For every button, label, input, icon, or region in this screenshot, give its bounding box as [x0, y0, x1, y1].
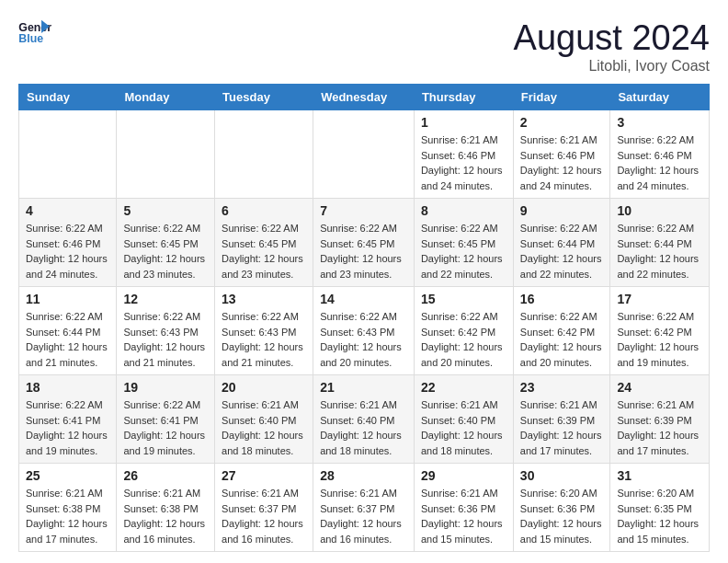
day-number: 8 — [421, 203, 506, 218]
day-info: Sunrise: 6:20 AMSunset: 6:35 PMDaylight:… — [617, 486, 702, 546]
table-row: 3 Sunrise: 6:22 AMSunset: 6:46 PMDayligh… — [610, 110, 710, 199]
location-subtitle: Litobli, Ivory Coast — [514, 58, 710, 75]
table-row: 15 Sunrise: 6:22 AMSunset: 6:42 PMDaylig… — [414, 287, 513, 375]
table-row: 16 Sunrise: 6:22 AMSunset: 6:42 PMDaylig… — [513, 287, 610, 375]
day-number: 27 — [222, 468, 306, 483]
day-info: Sunrise: 6:21 AMSunset: 6:38 PMDaylight:… — [123, 486, 208, 546]
day-number: 13 — [222, 292, 306, 306]
day-number: 9 — [520, 203, 604, 218]
day-info: Sunrise: 6:21 AMSunset: 6:38 PMDaylight:… — [26, 486, 109, 546]
day-info: Sunrise: 6:21 AMSunset: 6:39 PMDaylight:… — [617, 397, 702, 458]
day-info: Sunrise: 6:21 AMSunset: 6:40 PMDaylight:… — [320, 397, 407, 458]
day-info: Sunrise: 6:22 AMSunset: 6:46 PMDaylight:… — [617, 132, 702, 193]
table-row: 17 Sunrise: 6:22 AMSunset: 6:42 PMDaylig… — [610, 287, 710, 375]
logo: General Blue — [18, 18, 51, 46]
day-number: 5 — [123, 203, 208, 218]
day-number: 31 — [617, 468, 702, 483]
table-row — [19, 110, 117, 199]
table-row: 22 Sunrise: 6:21 AMSunset: 6:40 PMDaylig… — [414, 375, 513, 464]
table-row: 5 Sunrise: 6:22 AMSunset: 6:45 PMDayligh… — [117, 199, 215, 287]
day-number: 7 — [320, 203, 407, 218]
day-info: Sunrise: 6:21 AMSunset: 6:36 PMDaylight:… — [421, 486, 506, 546]
day-info: Sunrise: 6:22 AMSunset: 6:42 PMDaylight:… — [617, 309, 702, 370]
header-sunday: Sunday — [19, 85, 117, 110]
day-number: 17 — [617, 292, 702, 306]
day-info: Sunrise: 6:22 AMSunset: 6:45 PMDaylight:… — [320, 221, 407, 282]
day-number: 10 — [617, 203, 702, 218]
table-row: 2 Sunrise: 6:21 AMSunset: 6:46 PMDayligh… — [513, 110, 610, 199]
day-info: Sunrise: 6:21 AMSunset: 6:37 PMDaylight:… — [320, 486, 407, 546]
table-row: 28 Sunrise: 6:21 AMSunset: 6:37 PMDaylig… — [313, 464, 415, 552]
day-number: 12 — [123, 292, 208, 306]
day-info: Sunrise: 6:21 AMSunset: 6:37 PMDaylight:… — [222, 486, 306, 546]
day-number: 11 — [26, 292, 109, 306]
day-number: 20 — [222, 380, 306, 395]
table-row — [117, 110, 215, 199]
day-number: 29 — [421, 468, 506, 483]
svg-text:Blue: Blue — [18, 32, 43, 45]
table-row: 6 Sunrise: 6:22 AMSunset: 6:45 PMDayligh… — [215, 199, 313, 287]
header-wednesday: Wednesday — [313, 85, 415, 110]
day-info: Sunrise: 6:21 AMSunset: 6:40 PMDaylight:… — [421, 397, 506, 458]
calendar-header-row: Sunday Monday Tuesday Wednesday Thursday… — [19, 85, 710, 110]
day-info: Sunrise: 6:22 AMSunset: 6:46 PMDaylight:… — [26, 221, 109, 282]
table-row: 4 Sunrise: 6:22 AMSunset: 6:46 PMDayligh… — [19, 199, 117, 287]
day-number: 22 — [421, 380, 506, 395]
day-number: 23 — [520, 380, 604, 395]
day-number: 26 — [123, 468, 208, 483]
header-tuesday: Tuesday — [215, 85, 313, 110]
header-thursday: Thursday — [414, 85, 513, 110]
table-row: 19 Sunrise: 6:22 AMSunset: 6:41 PMDaylig… — [117, 375, 215, 464]
calendar-table: Sunday Monday Tuesday Wednesday Thursday… — [18, 84, 710, 552]
day-number: 21 — [320, 380, 407, 395]
day-number: 3 — [617, 115, 702, 130]
page-header: General Blue August 2024 Litobli, Ivory … — [18, 18, 710, 75]
table-row: 21 Sunrise: 6:21 AMSunset: 6:40 PMDaylig… — [313, 375, 415, 464]
calendar-week-row: 4 Sunrise: 6:22 AMSunset: 6:46 PMDayligh… — [19, 199, 710, 287]
table-row: 13 Sunrise: 6:22 AMSunset: 6:43 PMDaylig… — [215, 287, 313, 375]
table-row: 7 Sunrise: 6:22 AMSunset: 6:45 PMDayligh… — [313, 199, 415, 287]
day-info: Sunrise: 6:22 AMSunset: 6:41 PMDaylight:… — [26, 397, 109, 458]
title-block: August 2024 Litobli, Ivory Coast — [514, 18, 710, 75]
table-row: 31 Sunrise: 6:20 AMSunset: 6:35 PMDaylig… — [610, 464, 710, 552]
table-row: 11 Sunrise: 6:22 AMSunset: 6:44 PMDaylig… — [19, 287, 117, 375]
header-saturday: Saturday — [610, 85, 710, 110]
table-row: 12 Sunrise: 6:22 AMSunset: 6:43 PMDaylig… — [117, 287, 215, 375]
day-info: Sunrise: 6:21 AMSunset: 6:39 PMDaylight:… — [520, 397, 604, 458]
day-info: Sunrise: 6:22 AMSunset: 6:43 PMDaylight:… — [320, 309, 407, 370]
table-row: 23 Sunrise: 6:21 AMSunset: 6:39 PMDaylig… — [513, 375, 610, 464]
day-number: 18 — [26, 380, 109, 395]
logo-icon: General Blue — [18, 18, 51, 46]
table-row: 24 Sunrise: 6:21 AMSunset: 6:39 PMDaylig… — [610, 375, 710, 464]
day-info: Sunrise: 6:22 AMSunset: 6:43 PMDaylight:… — [222, 309, 306, 370]
day-number: 30 — [520, 468, 604, 483]
day-info: Sunrise: 6:20 AMSunset: 6:36 PMDaylight:… — [520, 486, 604, 546]
table-row: 18 Sunrise: 6:22 AMSunset: 6:41 PMDaylig… — [19, 375, 117, 464]
table-row: 1 Sunrise: 6:21 AMSunset: 6:46 PMDayligh… — [414, 110, 513, 199]
day-info: Sunrise: 6:22 AMSunset: 6:44 PMDaylight:… — [617, 221, 702, 282]
table-row: 14 Sunrise: 6:22 AMSunset: 6:43 PMDaylig… — [313, 287, 415, 375]
calendar-week-row: 11 Sunrise: 6:22 AMSunset: 6:44 PMDaylig… — [19, 287, 710, 375]
header-friday: Friday — [513, 85, 610, 110]
day-info: Sunrise: 6:22 AMSunset: 6:41 PMDaylight:… — [123, 397, 208, 458]
day-number: 2 — [520, 115, 604, 130]
day-info: Sunrise: 6:22 AMSunset: 6:45 PMDaylight:… — [123, 221, 208, 282]
table-row: 20 Sunrise: 6:21 AMSunset: 6:40 PMDaylig… — [215, 375, 313, 464]
day-number: 25 — [26, 468, 109, 483]
day-info: Sunrise: 6:22 AMSunset: 6:43 PMDaylight:… — [123, 309, 208, 370]
day-number: 6 — [222, 203, 306, 218]
day-number: 15 — [421, 292, 506, 306]
table-row: 25 Sunrise: 6:21 AMSunset: 6:38 PMDaylig… — [19, 464, 117, 552]
day-number: 14 — [320, 292, 407, 306]
calendar-week-row: 18 Sunrise: 6:22 AMSunset: 6:41 PMDaylig… — [19, 375, 710, 464]
table-row: 9 Sunrise: 6:22 AMSunset: 6:44 PMDayligh… — [513, 199, 610, 287]
table-row: 27 Sunrise: 6:21 AMSunset: 6:37 PMDaylig… — [215, 464, 313, 552]
day-info: Sunrise: 6:22 AMSunset: 6:42 PMDaylight:… — [421, 309, 506, 370]
header-monday: Monday — [117, 85, 215, 110]
day-number: 28 — [320, 468, 407, 483]
day-info: Sunrise: 6:22 AMSunset: 6:44 PMDaylight:… — [520, 221, 604, 282]
table-row — [215, 110, 313, 199]
day-info: Sunrise: 6:21 AMSunset: 6:40 PMDaylight:… — [222, 397, 306, 458]
day-number: 24 — [617, 380, 702, 395]
month-year-title: August 2024 — [514, 18, 710, 58]
